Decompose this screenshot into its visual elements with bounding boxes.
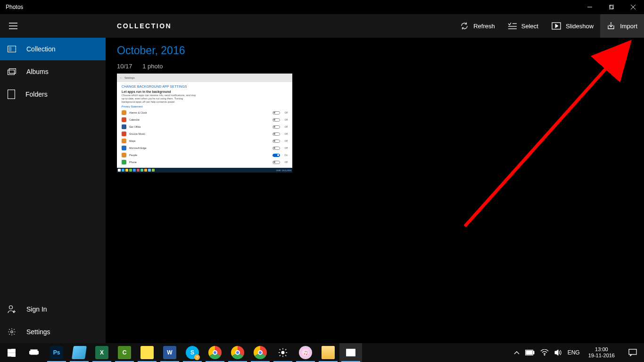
svg-point-22	[11, 331, 13, 333]
folders-icon	[8, 90, 15, 99]
sidebar-item-collection[interactable]: Collection	[0, 38, 106, 60]
select-button[interactable]: Select	[502, 14, 545, 38]
taskbar-app-explorer[interactable]	[317, 343, 339, 362]
select-label: Select	[521, 23, 538, 30]
sidebar-item-label: Settings	[26, 328, 50, 336]
svg-rect-25	[8, 349, 11, 353]
maximize-icon	[609, 5, 614, 9]
select-icon	[508, 23, 517, 29]
tray-time: 13:00	[588, 346, 615, 353]
month-header[interactable]: October, 2016	[117, 44, 633, 57]
refresh-button[interactable]: Refresh	[454, 14, 502, 38]
svg-point-38	[544, 354, 545, 355]
app-title: Photos	[0, 4, 23, 10]
svg-marker-39	[555, 350, 558, 355]
taskbar-app-chrome-2[interactable]	[226, 343, 249, 362]
minimize-icon	[587, 5, 592, 9]
svg-rect-18	[8, 90, 15, 99]
svg-rect-31	[37, 351, 39, 354]
refresh-icon	[460, 22, 469, 30]
content-area: October, 2016 10/17 1 photo ← Settings C…	[106, 38, 644, 343]
svg-point-34	[348, 351, 350, 353]
command-bar: COLLECTION Refresh Select Slideshow Impo…	[0, 14, 644, 38]
hamburger-button[interactable]	[0, 14, 26, 38]
sidebar-item-label: Folders	[25, 90, 48, 98]
window-titlebar: Photos	[0, 0, 644, 14]
import-icon	[607, 22, 615, 30]
import-label: Import	[620, 23, 637, 30]
taskbar-app-photoshop[interactable]: Ps	[45, 343, 68, 362]
taskbar-app-stickynotes[interactable]	[136, 343, 158, 362]
signin-icon	[8, 305, 16, 313]
svg-rect-28	[11, 353, 16, 357]
albums-icon	[8, 68, 16, 75]
thumb-privacy-link: Privacy Statement	[122, 105, 288, 108]
minimize-button[interactable]	[579, 0, 601, 14]
nav-sidebar: Collection Albums Folders Sign In Settin…	[0, 38, 106, 343]
import-button[interactable]: Import	[600, 14, 644, 38]
svg-rect-40	[629, 349, 636, 354]
start-button[interactable]	[0, 343, 23, 362]
svg-rect-29	[31, 350, 37, 354]
sidebar-item-albums[interactable]: Albums	[0, 60, 106, 83]
photo-count: 1 photo	[142, 63, 163, 70]
svg-rect-16	[8, 70, 15, 75]
page-heading: COLLECTION	[106, 22, 172, 30]
gear-icon	[278, 347, 288, 358]
refresh-label: Refresh	[473, 23, 495, 30]
sidebar-item-label: Collection	[26, 45, 55, 53]
slideshow-label: Slideshow	[566, 23, 594, 30]
sidebar-item-settings[interactable]: Settings	[0, 321, 106, 343]
svg-rect-37	[526, 351, 532, 354]
battery-icon[interactable]	[525, 350, 535, 355]
taskbar-app-photos[interactable]	[339, 343, 362, 362]
tray-clock[interactable]: 13:00 19-11-2016	[586, 346, 618, 359]
tray-date: 19-11-2016	[588, 353, 615, 359]
svg-rect-2	[610, 5, 614, 8]
slideshow-button[interactable]: Slideshow	[545, 14, 600, 38]
sidebar-item-label: Albums	[26, 68, 49, 75]
sidebar-item-label: Sign In	[26, 305, 47, 313]
svg-rect-1	[609, 6, 613, 9]
svg-rect-30	[29, 351, 31, 354]
taskbar-app-excel[interactable]: X	[91, 343, 113, 362]
close-button[interactable]	[622, 0, 644, 14]
maximize-button[interactable]	[601, 0, 622, 14]
taskview-button[interactable]	[23, 343, 45, 362]
taskbar-app-word[interactable]: W	[158, 343, 181, 362]
volume-icon[interactable]	[554, 349, 562, 356]
taskbar-app-camtasia[interactable]: C	[113, 343, 136, 362]
svg-rect-27	[8, 353, 11, 356]
svg-marker-12	[555, 24, 558, 28]
tray-chevron-up-icon[interactable]	[514, 351, 520, 354]
photo-thumbnail[interactable]: ← Settings CHANGE BACKGROUND APP SETTING…	[117, 74, 292, 173]
svg-rect-15	[9, 47, 11, 51]
wifi-icon[interactable]	[540, 349, 549, 356]
svg-rect-36	[533, 351, 534, 354]
svg-rect-17	[9, 69, 16, 74]
taskbar-app-chrome-3[interactable]	[249, 343, 272, 362]
taskbar-app-chrome-1[interactable]	[204, 343, 226, 362]
action-center-button[interactable]	[623, 343, 642, 362]
taskview-icon	[29, 349, 39, 356]
windows-icon	[8, 349, 16, 357]
taskbar-app-itunes[interactable]: ♫	[294, 343, 317, 362]
taskbar-app-notepad[interactable]	[68, 343, 91, 362]
taskbar-app-skype[interactable]: S7	[181, 343, 204, 362]
svg-point-32	[281, 351, 284, 354]
slideshow-icon	[552, 22, 561, 30]
svg-rect-26	[11, 349, 16, 353]
settings-icon	[8, 328, 16, 336]
thumb-heading: Let apps run in the background	[122, 90, 288, 93]
tray-language[interactable]: ENG	[568, 349, 580, 356]
svg-point-19	[9, 306, 13, 309]
hamburger-icon	[9, 23, 17, 29]
photos-app-icon	[346, 347, 356, 358]
notification-icon	[628, 349, 637, 356]
windows-taskbar: Ps X C W S7 ♫ ENG 13:00 19-11-2016	[0, 343, 644, 362]
date-group-header: 10/17 1 photo	[117, 63, 633, 70]
sidebar-item-signin[interactable]: Sign In	[0, 298, 106, 321]
sidebar-item-folders[interactable]: Folders	[0, 83, 106, 106]
thumb-desc: Choose which apps can receive info, send…	[122, 94, 197, 104]
taskbar-app-settings[interactable]	[272, 343, 294, 362]
